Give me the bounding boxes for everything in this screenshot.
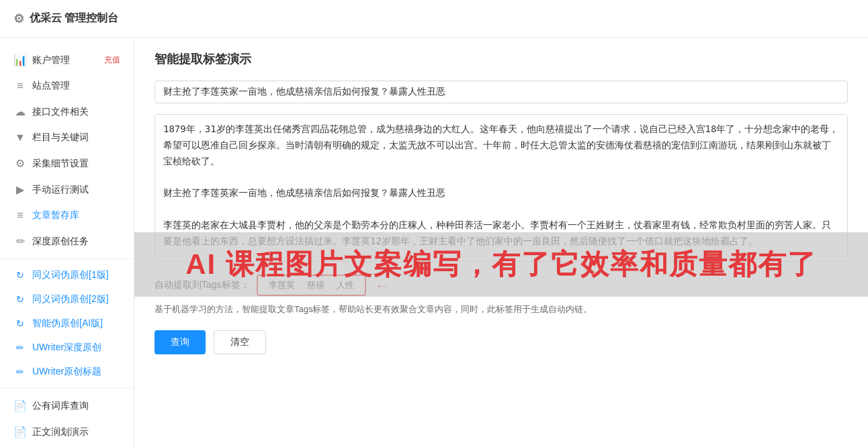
doc-icon-2: 📄: [13, 426, 27, 438]
cloud-icon: ☁: [13, 105, 27, 118]
sidebar-label-original: 深度原创任务: [32, 236, 120, 248]
sidebar-label-uwriter-deep: UWriter深度原创: [32, 342, 101, 354]
sidebar-item-original-show[interactable]: 📄 正文润划演示: [0, 419, 134, 445]
sidebar-label-account: 账户管理: [32, 54, 99, 66]
overlay-banner: AI 课程图片文案编写，有了它效率和质量都有了: [134, 232, 868, 297]
sidebar-item-uwriter-title[interactable]: ✏ UWriter原创标题: [0, 360, 134, 384]
refresh-icon-1: ↻: [13, 270, 27, 281]
layout: 📊 账户管理 充值 ≡ 站点管理 ☁ 接口文件相关 ▼ 栏目与关键词 ⚙ 采集细…: [0, 38, 868, 447]
settings-icon: ⚙: [13, 157, 27, 170]
sidebar-badge-account[interactable]: 充值: [104, 54, 120, 66]
sidebar-label-ai: 智能伪原创[AI版]: [32, 317, 103, 330]
sidebar-divider-2: [0, 388, 134, 389]
play-icon: ▶: [13, 183, 27, 196]
clear-button[interactable]: 清空: [214, 330, 266, 354]
query-button[interactable]: 查询: [155, 330, 206, 354]
header: ⚙ 优采云 管理控制台: [0, 0, 868, 38]
logo: ⚙ 优采云 管理控制台: [13, 11, 118, 26]
sidebar-label-synonym2: 同义词伪原创[2版]: [32, 293, 109, 305]
sidebar-label-interface: 接口文件相关: [32, 106, 120, 118]
sidebar-label-collect: 采集细节设置: [32, 158, 120, 170]
sidebar-label-synonym1: 同义词伪原创[1版]: [32, 269, 109, 281]
sidebar-item-manual[interactable]: ▶ 手动运行测试: [0, 177, 134, 203]
sidebar-label-column: 栏目与关键词: [32, 132, 120, 144]
button-row: 查询 清空: [155, 330, 848, 354]
sidebar-divider-1: [0, 258, 134, 259]
description: 基于机器学习的方法，智能提取文章Tags标签，帮助站长更有效聚合文章内容，同时，…: [155, 303, 848, 317]
sidebar-item-column[interactable]: ▼ 栏目与关键词: [0, 125, 134, 150]
sidebar-item-original[interactable]: ✏ 深度原创任务: [0, 228, 134, 254]
header-title: 优采云 管理控制台: [30, 11, 118, 26]
edit-icon-3: ✏: [13, 366, 27, 377]
sidebar-item-draft[interactable]: ≡ 文章暂存库: [0, 203, 134, 228]
bar-chart-icon: 📊: [13, 54, 27, 66]
sidebar-label-draft: 文章暂存库: [32, 209, 120, 221]
edit-icon-2: ✏: [13, 342, 27, 353]
gear-icon: ⚙: [13, 11, 24, 26]
overlay-text: AI 课程图片文案编写，有了它效率和质量都有了: [185, 246, 817, 283]
sidebar-label-original-show: 正文润划演示: [32, 426, 120, 438]
filter-icon: ▼: [13, 132, 27, 144]
doc-icon-1: 📄: [13, 399, 27, 412]
sidebar: 📊 账户管理 充值 ≡ 站点管理 ☁ 接口文件相关 ▼ 栏目与关键词 ⚙ 采集细…: [0, 38, 134, 447]
page-title: 智能提取标签演示: [155, 51, 848, 67]
sidebar-item-interface[interactable]: ☁ 接口文件相关: [0, 99, 134, 125]
refresh-icon-2: ↻: [13, 294, 27, 305]
sidebar-main-section: 📊 账户管理 充值 ≡ 站点管理 ☁ 接口文件相关 ▼ 栏目与关键词 ⚙ 采集细…: [0, 44, 134, 447]
sidebar-item-collect[interactable]: ⚙ 采集细节设置: [0, 150, 134, 177]
sidebar-label-uwriter-title: UWriter原创标题: [32, 366, 101, 378]
main-content: 智能提取标签演示 1879年，31岁的李莲英出任储秀宫四品花翎总管，成为慈禧身边…: [134, 38, 868, 447]
sidebar-item-synonym1[interactable]: ↻ 同义词伪原创[1版]: [0, 263, 134, 287]
site-icon: ≡: [13, 80, 27, 92]
sidebar-item-synonym-db[interactable]: 📄 公有词库查询: [0, 393, 134, 419]
sidebar-item-ai[interactable]: ↻ 智能伪原创[AI版]: [0, 311, 134, 336]
refresh-icon-3: ↻: [13, 318, 27, 329]
sidebar-label-site: 站点管理: [32, 80, 120, 92]
sidebar-item-uwriter-deep[interactable]: ✏ UWriter深度原创: [0, 336, 134, 360]
sidebar-label-manual: 手动运行测试: [32, 184, 120, 196]
title-input[interactable]: [155, 81, 848, 103]
sidebar-label-synonym-db: 公有词库查询: [32, 400, 120, 412]
sidebar-item-site[interactable]: ≡ 站点管理: [0, 73, 134, 99]
draft-icon: ≡: [13, 209, 27, 221]
edit-icon: ✏: [13, 235, 27, 248]
sidebar-item-account[interactable]: 📊 账户管理 充值: [0, 47, 134, 73]
sidebar-item-synonym2[interactable]: ↻ 同义词伪原创[2版]: [0, 287, 134, 311]
